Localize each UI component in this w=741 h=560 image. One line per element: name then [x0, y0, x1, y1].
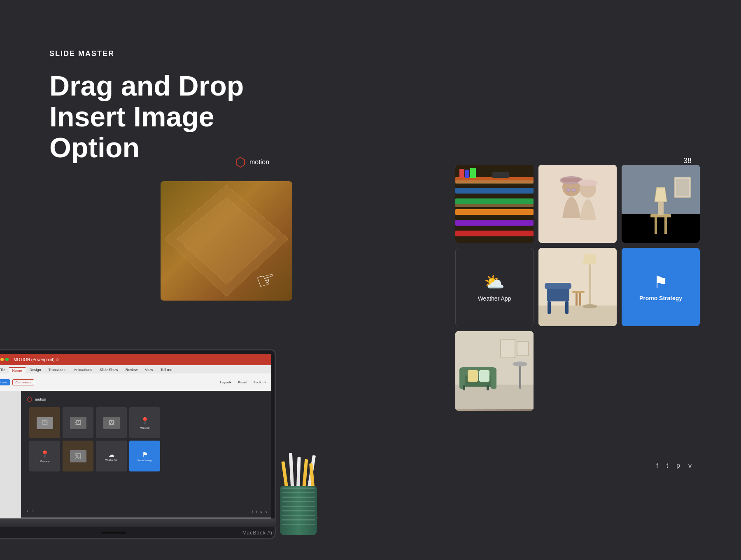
slide-inner-logo: motion	[27, 397, 46, 402]
grid-cell-lamp	[622, 165, 700, 243]
laptop-screen-outer: MOTION (Powerpoint) ☆ File Home Design T…	[0, 349, 276, 520]
slide-social-icons: f t p v	[252, 510, 267, 513]
ppt-tab-animations[interactable]: Animations	[70, 367, 96, 373]
heading-line1: Drag and Drop	[49, 70, 244, 101]
ppt-reset-btn[interactable]: Reset	[236, 379, 249, 385]
svg-rect-53	[479, 370, 489, 382]
ppt-tab-review[interactable]: Review	[122, 367, 141, 373]
svg-rect-24	[622, 214, 700, 243]
slide-card-map-icon: 📍 Map app	[29, 441, 60, 471]
laptop-brand: MacBook Air	[242, 530, 275, 536]
vimeo-icon[interactable]: v	[688, 462, 692, 469]
logo-text: motion	[249, 159, 269, 166]
laptop-notch	[101, 532, 126, 534]
svg-rect-55	[517, 341, 529, 356]
page-number: 38	[683, 156, 692, 165]
social-icons: f t p v	[656, 462, 692, 469]
svg-rect-5	[455, 177, 534, 183]
svg-rect-9	[455, 220, 534, 226]
living-room-svg	[455, 331, 534, 409]
promo-strategy-label: Promo Strategy	[639, 295, 682, 301]
svg-rect-22	[572, 189, 576, 191]
ppt-section-btn[interactable]: Section▾	[251, 379, 268, 385]
weather-app-label: Weather App	[478, 295, 511, 302]
left-section: SLIDE MASTER Drag and Drop Insert Image …	[49, 49, 244, 163]
svg-rect-12	[465, 170, 469, 178]
pinterest-icon[interactable]: p	[676, 462, 680, 469]
ppt-tab-view[interactable]: View	[142, 367, 156, 373]
svg-rect-37	[565, 301, 569, 314]
laptop-bottom: MacBook Air	[0, 527, 276, 539]
slide-card-4: 🖼	[63, 441, 93, 471]
grid-cell-chairs	[538, 248, 617, 326]
ppt-tab-transitions[interactable]: Transitions	[45, 367, 70, 373]
svg-rect-50	[463, 385, 465, 390]
logo-area: motion	[235, 156, 269, 168]
slide-master-label: SLIDE MASTER	[49, 49, 244, 58]
heading-line2: Insert Image	[49, 101, 214, 132]
svg-rect-27	[664, 217, 667, 234]
svg-marker-29	[655, 187, 667, 202]
weather-cloud-icon: ⛅	[484, 273, 505, 292]
svg-rect-56	[519, 364, 521, 389]
chairs-svg	[538, 248, 617, 326]
minimize-dot[interactable]	[0, 358, 4, 361]
svg-rect-13	[470, 168, 476, 178]
ppt-tab-design[interactable]: Design	[26, 367, 44, 373]
ppt-toolbar: Share Comments Layout▾ Reset Section▾	[0, 373, 271, 391]
slide-card-1: 🖼	[29, 407, 60, 438]
svg-rect-36	[548, 301, 551, 314]
slide-logo-text: motion	[35, 397, 46, 401]
facebook-icon[interactable]: f	[656, 462, 658, 469]
laptop-base	[0, 520, 276, 527]
svg-marker-42	[583, 254, 597, 264]
maximize-dot[interactable]	[5, 358, 9, 361]
ppt-tab-slideshow[interactable]: Slide Show	[96, 367, 121, 373]
promo-flag-icon: ⚑	[653, 273, 668, 292]
cup-ribs	[280, 486, 317, 535]
svg-marker-0	[236, 157, 245, 167]
ppt-tab-file[interactable]: File	[0, 367, 8, 373]
ppt-bottombar: Notes | Comments 61%	[0, 518, 271, 518]
slide-nav-arrows: ‹ ›	[27, 509, 34, 513]
ppt-ribbon-tabs: File Home Design Transitions Animations …	[0, 365, 271, 373]
ppt-tab-tellme[interactable]: Tell me	[157, 367, 176, 373]
ppt-titlebar: MOTION (Powerpoint) ☆	[0, 354, 271, 365]
twitter-icon[interactable]: t	[666, 462, 668, 469]
laptop: MOTION (Powerpoint) ☆ File Home Design T…	[0, 349, 276, 539]
ppt-slide-area: motion 🖼 🖼	[0, 391, 271, 518]
lamp-svg	[622, 165, 700, 243]
grid-cell-two-women	[538, 165, 617, 243]
ppt-title: MOTION (Powerpoint) ☆	[14, 357, 59, 362]
svg-rect-39	[576, 293, 578, 306]
svg-rect-41	[589, 264, 591, 306]
ppt-slide-main: motion 🖼 🖼	[21, 391, 271, 518]
logo-hex-icon	[235, 156, 246, 168]
svg-rect-54	[501, 339, 515, 358]
svg-rect-26	[655, 217, 657, 234]
heading-line3: Option	[49, 132, 140, 163]
main-heading: Drag and Drop Insert Image Option	[49, 70, 244, 163]
svg-point-43	[583, 304, 597, 308]
ppt-layout-btn[interactable]: Layout▾	[218, 379, 233, 385]
pencil-cup	[280, 486, 317, 535]
grid-cell-wooden-shelves	[455, 165, 534, 243]
svg-rect-51	[487, 385, 489, 390]
cup-body	[280, 486, 317, 535]
slide-grid: 🖼 🖼 🖼	[29, 407, 160, 471]
svg-rect-7	[455, 198, 534, 204]
svg-point-57	[513, 362, 527, 366]
svg-rect-21	[566, 189, 571, 191]
ppt-tab-home[interactable]: Home	[9, 367, 26, 373]
grid-cell-living-room	[455, 331, 534, 411]
two-women-svg	[538, 165, 617, 243]
ppt-share-btn[interactable]: Share	[0, 379, 10, 385]
svg-rect-52	[468, 370, 478, 382]
wooden-shelves-svg	[455, 165, 534, 243]
slide-logo-hex	[27, 397, 33, 402]
svg-rect-19	[562, 178, 580, 182]
slide-card-map-app: 📍 Map App	[129, 407, 160, 438]
svg-rect-10	[455, 231, 534, 236]
svg-rect-8	[455, 209, 534, 215]
ppt-comments-btn[interactable]: Comments	[12, 379, 34, 385]
